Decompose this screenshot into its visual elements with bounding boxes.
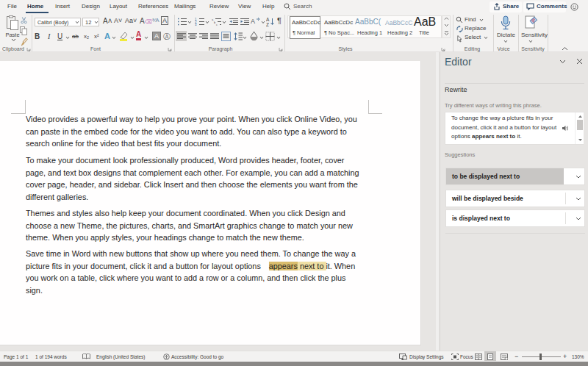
svg-text:A: A — [266, 17, 270, 22]
svg-text:c: c — [216, 23, 218, 26]
svg-text:Z: Z — [266, 22, 269, 26]
svg-text:3: 3 — [195, 23, 197, 26]
svg-text:A: A — [251, 18, 255, 25]
